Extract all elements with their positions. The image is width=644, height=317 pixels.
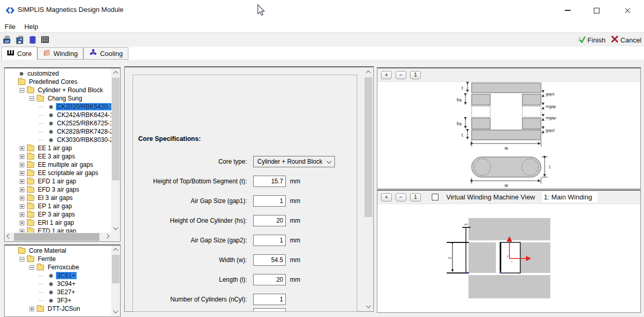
zoom-actual-button[interactable]: 1: [410, 71, 421, 79]
field-input[interactable]: 1: [253, 294, 286, 305]
field-input[interactable]: 20: [253, 274, 286, 285]
cancel-button[interactable]: Cancel: [611, 35, 641, 45]
field-input[interactable]: 54.5: [253, 254, 286, 266]
core-tree-item[interactable]: Predefined Cores: [6, 78, 111, 86]
tree-item-label[interactable]: EFD 1 air gap: [37, 178, 77, 185]
core-tree-item[interactable]: EE scriptable air gaps: [6, 169, 111, 177]
menu-file[interactable]: File: [5, 23, 16, 31]
core-tree-item[interactable]: EE multiple air gaps: [6, 161, 111, 169]
expand-plus-icon[interactable]: [20, 196, 24, 200]
scrollbar-thumb[interactable]: [112, 78, 120, 180]
zoom-actual-button[interactable]: 1: [410, 193, 421, 201]
tree-item-label[interactable]: EFD 3 air gaps: [37, 186, 80, 193]
tree-item-label[interactable]: CK3030/RBK8030-23: [56, 136, 111, 143]
tab-core[interactable]: Core: [1, 47, 37, 60]
core-tree-hscrollbar[interactable]: [5, 233, 111, 241]
expand-plus-icon[interactable]: [20, 171, 24, 176]
material-tree-item[interactable]: 3C94+: [6, 280, 111, 288]
tree-item-label[interactable]: customized: [26, 70, 60, 77]
vwm-view-checkbox[interactable]: [432, 194, 438, 200]
tree-item-label[interactable]: DTT-JCSun: [47, 305, 81, 312]
tree-item-label[interactable]: EP 3 air gaps: [37, 211, 76, 218]
scroll-up-button[interactable]: [111, 68, 120, 77]
material-tree-item[interactable]: 3C81+: [6, 271, 111, 280]
scrollbar-thumb[interactable]: [112, 255, 120, 283]
tree-item-label[interactable]: EE scriptable air gaps: [37, 169, 99, 177]
scroll-down-button[interactable]: [364, 302, 373, 311]
core-tree-item[interactable]: CK2525/RBK6725-19: [6, 119, 111, 127]
tree-item-label[interactable]: EE 1 air gap: [37, 145, 73, 152]
tab-winding[interactable]: Winding: [37, 47, 83, 60]
material-tree-item[interactable]: 3E27+: [6, 288, 111, 296]
tree-item-label[interactable]: CK2828/RBK7428-21: [56, 128, 111, 135]
expand-plus-icon[interactable]: [20, 188, 24, 192]
collapse-minus-icon[interactable]: [20, 257, 24, 262]
tab-cooling[interactable]: Cooling: [83, 47, 128, 60]
core-tree-item[interactable]: ETD 1 air gap: [6, 227, 111, 233]
field-input[interactable]: 1: [253, 195, 286, 207]
collapse-minus-icon[interactable]: [30, 96, 34, 101]
material-tree-item[interactable]: 3F3+: [6, 296, 111, 305]
core-tree-item[interactable]: EFD 3 air gaps: [6, 185, 111, 194]
core-tree-item[interactable]: ERI 1 air gap: [6, 219, 111, 227]
zoom-in-button[interactable]: +: [381, 71, 392, 79]
table-icon[interactable]: [40, 35, 49, 44]
core-tree-item[interactable]: customized: [6, 69, 111, 78]
core-tree-item[interactable]: CK2020/RBK5420-15: [6, 103, 111, 111]
core-tree-item[interactable]: EFD 1 air gap: [6, 177, 111, 185]
scroll-down-button[interactable]: [111, 307, 120, 316]
tree-item-label[interactable]: EI 3 air gaps: [37, 194, 74, 201]
form-vscrollbar[interactable]: [364, 68, 373, 311]
core-type-select[interactable]: Cylinder + Round Block: [253, 156, 335, 167]
expand-plus-icon[interactable]: [20, 212, 24, 217]
close-button[interactable]: [616, 0, 639, 21]
scroll-up-button[interactable]: [364, 68, 373, 77]
tree-item-label[interactable]: ERI 1 air gap: [37, 219, 75, 226]
tree-item-label[interactable]: EE multiple air gaps: [37, 161, 94, 168]
scroll-right-button[interactable]: [103, 233, 111, 241]
open-icon[interactable]: [3, 35, 12, 44]
core-tree-item[interactable]: CK3030/RBK8030-23: [6, 136, 111, 144]
scroll-up-button[interactable]: [111, 246, 120, 254]
core-tree-item[interactable]: EE 1 air gap: [6, 144, 111, 152]
scrollbar-thumb[interactable]: [14, 233, 99, 241]
winding-selector[interactable]: 1: Main Winding: [542, 192, 597, 203]
save-icon[interactable]: [16, 35, 24, 44]
zoom-out-button[interactable]: −: [396, 71, 406, 79]
material-tree-item[interactable]: Core Material: [6, 247, 111, 255]
expand-plus-icon[interactable]: [30, 307, 34, 311]
expand-plus-icon[interactable]: [20, 204, 24, 209]
collapse-minus-icon[interactable]: [20, 88, 24, 93]
tree-item-label[interactable]: Predefined Cores: [28, 78, 78, 85]
material-tree-vscrollbar[interactable]: [111, 246, 120, 316]
expand-plus-icon[interactable]: [20, 163, 24, 167]
tree-item-label[interactable]: 3C94+: [56, 280, 77, 287]
tree-item-label[interactable]: CK2424/RBK6424-18: [56, 111, 111, 119]
expand-plus-icon[interactable]: [20, 146, 24, 151]
field-input[interactable]: 20: [253, 215, 286, 226]
tree-item-label[interactable]: CK2020/RBK5420-15: [56, 103, 111, 110]
tree-item-label[interactable]: ETD 1 air gap: [37, 227, 77, 233]
tree-item-label[interactable]: CK2525/RBK6725-19: [56, 120, 111, 127]
expand-plus-icon[interactable]: [20, 221, 24, 225]
field-input[interactable]: [253, 308, 286, 312]
maximize-button[interactable]: [584, 0, 608, 21]
expand-plus-icon[interactable]: [20, 154, 24, 159]
material-tree-item[interactable]: Ferroxcube: [6, 263, 111, 271]
material-tree-item[interactable]: Ferrite: [6, 255, 111, 263]
tree-item-label[interactable]: 3F3+: [56, 297, 72, 304]
expand-plus-icon[interactable]: [20, 179, 24, 184]
tree-item-label[interactable]: Core Material: [28, 247, 67, 254]
core-tree-item[interactable]: CK2424/RBK6424-18: [6, 111, 111, 119]
scroll-left-button[interactable]: [5, 233, 13, 241]
core-tree-item[interactable]: EI 3 air gaps: [6, 194, 111, 202]
tree-item-label[interactable]: Ferroxcube: [47, 264, 80, 271]
field-input[interactable]: 15.7: [253, 176, 286, 187]
tree-item-label[interactable]: 3E27+: [56, 289, 76, 296]
scrollbar-thumb[interactable]: [364, 77, 372, 217]
finish-button[interactable]: Finish: [577, 35, 606, 45]
database-icon[interactable]: [28, 35, 37, 44]
tree-item-label[interactable]: Cylinder + Round Block: [37, 87, 104, 94]
tree-item-label[interactable]: Ferrite: [37, 255, 57, 263]
core-tree-item[interactable]: Chang Sung: [6, 94, 111, 103]
